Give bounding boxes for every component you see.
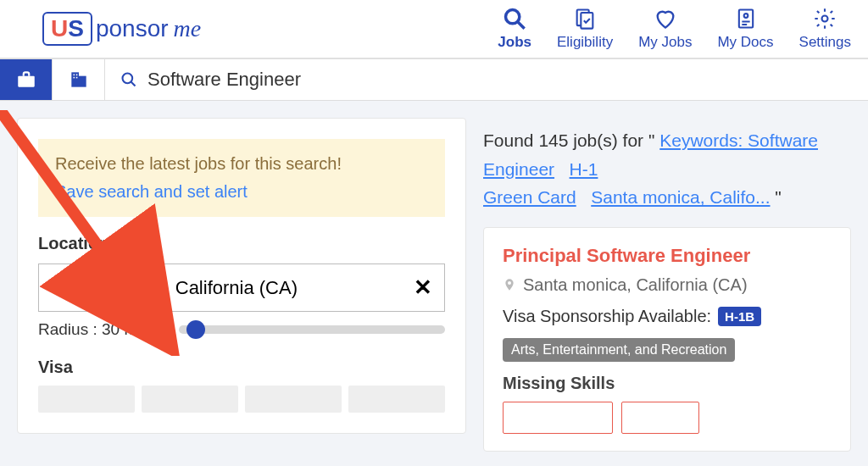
nav-mydocs[interactable]: My Docs — [717, 7, 773, 51]
filter-card: Receive the latest jobs for this search!… — [17, 118, 466, 434]
main-nav: Jobs Eligibility My Jobs My Docs Setting… — [498, 7, 851, 51]
results-gc-link[interactable]: Green Card — [483, 187, 576, 207]
visa-available-label: Visa Sponsorship Available: — [503, 307, 711, 326]
search-bar — [0, 59, 868, 101]
nav-settings-label: Settings — [799, 34, 851, 51]
radius-row: Radius : 30 miles — [38, 320, 445, 339]
missing-skills-label: Missing Skills — [503, 374, 832, 393]
nav-myjobs-label: My Jobs — [638, 34, 692, 51]
header: US ponsor me Jobs Eligibility My Jobs — [0, 0, 868, 59]
nav-myjobs[interactable]: My Jobs — [638, 7, 692, 51]
results-loc-link[interactable]: Santa monica, Califo... — [591, 187, 770, 207]
briefcase-icon — [15, 69, 37, 91]
document-check-icon — [573, 7, 597, 31]
search-tab-job[interactable] — [0, 59, 53, 100]
search-icon — [503, 7, 526, 31]
visa-chip[interactable] — [348, 386, 445, 413]
search-icon-small — [120, 71, 137, 88]
results-h1-link[interactable]: H-1 — [570, 159, 598, 179]
search-input[interactable] — [147, 69, 853, 91]
job-location-row: Santa monica, California (CA) — [503, 275, 832, 295]
search-tab-company[interactable] — [53, 59, 105, 100]
skill-row — [503, 402, 832, 434]
location-label: Location — [38, 234, 445, 253]
visa-chip[interactable] — [142, 386, 238, 413]
logo-sponsor: ponsor — [96, 15, 169, 42]
visa-filter-label: Visa — [38, 358, 445, 377]
svg-line-15 — [131, 82, 136, 86]
nav-eligibility[interactable]: Eligibility — [557, 7, 613, 51]
job-card[interactable]: Principal Software Engineer Santa monica… — [483, 227, 851, 452]
slider-thumb[interactable] — [186, 320, 205, 339]
svg-rect-7 — [18, 76, 35, 87]
results-suffix: " — [775, 187, 781, 207]
save-search-alert: Receive the latest jobs for this search!… — [38, 139, 445, 217]
svg-rect-12 — [73, 77, 75, 79]
visa-filter-row — [38, 386, 445, 413]
results-prefix: Found 145 job(s) for " — [483, 130, 659, 150]
nav-jobs[interactable]: Jobs — [498, 7, 531, 51]
visa-chip[interactable] — [245, 386, 342, 413]
pin-icon — [503, 276, 516, 293]
svg-rect-13 — [75, 77, 77, 79]
skill-chip — [503, 402, 613, 434]
category-badge: Arts, Entertainment, and Recreation — [503, 338, 735, 362]
svg-point-0 — [506, 10, 520, 24]
visa-badge: H-1B — [718, 307, 761, 326]
skill-chip — [621, 402, 699, 434]
results-summary: Found 145 job(s) for " Keywords: Softwar… — [483, 126, 851, 212]
location-input-row: ✕ — [38, 264, 445, 312]
logo-me: me — [174, 15, 202, 42]
radius-slider[interactable] — [179, 321, 445, 338]
logo[interactable]: US ponsor me — [42, 12, 201, 46]
search-input-wrap — [105, 59, 868, 100]
nav-mydocs-label: My Docs — [717, 34, 773, 51]
svg-rect-10 — [73, 75, 75, 76]
nav-eligibility-label: Eligibility — [557, 34, 613, 51]
location-input[interactable] — [51, 277, 414, 299]
job-title[interactable]: Principal Software Engineer — [503, 245, 832, 267]
save-search-link[interactable]: Save search and set alert — [55, 182, 428, 202]
logo-s: S — [68, 15, 84, 42]
document-icon — [734, 7, 758, 31]
main-content: Receive the latest jobs for this search!… — [0, 101, 868, 466]
svg-point-6 — [822, 16, 828, 22]
heart-icon — [654, 7, 677, 31]
svg-rect-9 — [79, 76, 86, 87]
svg-point-14 — [123, 74, 133, 84]
slider-track — [179, 325, 445, 334]
svg-line-1 — [518, 22, 525, 29]
results-column: Found 145 job(s) for " Keywords: Softwar… — [483, 118, 851, 452]
nav-settings[interactable]: Settings — [799, 7, 851, 51]
svg-point-5 — [743, 14, 748, 18]
visa-chip[interactable] — [38, 386, 135, 413]
svg-rect-11 — [75, 75, 77, 76]
svg-rect-8 — [71, 72, 79, 86]
clear-location-icon[interactable]: ✕ — [414, 275, 432, 301]
nav-jobs-label: Jobs — [498, 34, 531, 51]
radius-label: Radius : 30 miles — [38, 320, 162, 339]
job-visa-row: Visa Sponsorship Available: H-1B — [503, 307, 832, 326]
alert-title: Receive the latest jobs for this search! — [55, 154, 428, 174]
building-icon — [68, 69, 90, 91]
filters-column: Receive the latest jobs for this search!… — [17, 118, 466, 452]
job-location: Santa monica, California (CA) — [523, 275, 748, 295]
gear-icon — [813, 7, 837, 31]
logo-u: U — [51, 15, 68, 42]
